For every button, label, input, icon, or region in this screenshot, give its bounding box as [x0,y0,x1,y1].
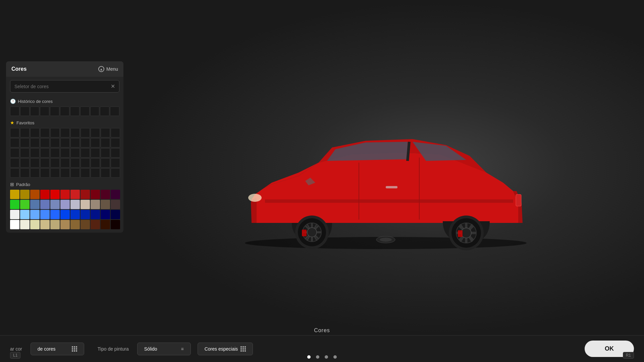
favorites-swatch[interactable] [70,168,80,178]
cores-especiais-button[interactable]: Cores especiais [198,343,253,355]
palette-swatch[interactable] [101,200,110,209]
favorites-swatch[interactable] [60,148,70,158]
de-cores-button[interactable]: de cores [31,343,84,355]
palette-swatch[interactable] [50,190,60,199]
favorites-swatch[interactable] [10,168,19,178]
favorites-swatch[interactable] [10,158,19,168]
history-swatch[interactable] [90,107,100,116]
favorites-swatch[interactable] [50,138,60,147]
favorites-swatch[interactable] [40,158,50,168]
palette-swatch[interactable] [60,220,70,229]
favorites-swatch[interactable] [101,158,110,168]
favorites-swatch[interactable] [60,138,70,147]
history-swatch[interactable] [10,107,19,116]
favorites-swatch[interactable] [101,138,110,147]
palette-swatch[interactable] [80,190,90,199]
history-swatch[interactable] [40,107,49,116]
favorites-swatch[interactable] [111,148,120,158]
palette-swatch[interactable] [20,210,30,219]
favorites-swatch[interactable] [80,148,90,158]
palette-swatch[interactable] [30,190,40,199]
palette-swatch[interactable] [20,220,30,229]
favorites-swatch[interactable] [91,128,100,137]
solido-button[interactable]: Sólido ≡ [137,343,191,355]
palette-swatch[interactable] [70,190,80,199]
favorites-swatch[interactable] [20,158,30,168]
favorites-swatch[interactable] [91,158,100,168]
favorites-swatch[interactable] [40,128,50,137]
favorites-swatch[interactable] [91,168,100,178]
history-swatch[interactable] [60,107,69,116]
favorites-swatch[interactable] [10,128,19,137]
palette-swatch[interactable] [101,210,110,219]
palette-swatch[interactable] [70,200,80,209]
favorites-swatch[interactable] [91,138,100,147]
palette-swatch[interactable] [60,200,70,209]
palette-swatch[interactable] [10,210,19,219]
palette-swatch[interactable] [50,220,60,229]
nav-dot-3[interactable] [325,355,328,359]
palette-swatch[interactable] [40,190,50,199]
favorites-swatch[interactable] [20,168,30,178]
history-swatch[interactable] [30,107,40,116]
palette-swatch[interactable] [10,200,19,209]
palette-swatch[interactable] [80,200,90,209]
palette-swatch[interactable] [91,200,100,209]
palette-swatch[interactable] [101,220,110,229]
palette-swatch[interactable] [30,200,40,209]
favorites-swatch[interactable] [40,168,50,178]
palette-swatch[interactable] [30,210,40,219]
palette-swatch[interactable] [40,200,50,209]
favorites-swatch[interactable] [20,128,30,137]
palette-swatch[interactable] [111,210,120,219]
nav-dot-1[interactable] [307,355,311,359]
palette-swatch[interactable] [80,220,90,229]
palette-swatch[interactable] [91,190,100,199]
history-swatch[interactable] [100,107,109,116]
palette-swatch[interactable] [80,210,90,219]
favorites-swatch[interactable] [70,158,80,168]
favorites-swatch[interactable] [101,128,110,137]
favorites-swatch[interactable] [20,148,30,158]
favorites-swatch[interactable] [40,138,50,147]
palette-swatch[interactable] [10,220,19,229]
favorites-swatch[interactable] [50,148,60,158]
palette-swatch[interactable] [70,220,80,229]
history-swatch[interactable] [70,107,79,116]
search-clear-icon[interactable]: ✕ [111,83,115,89]
nav-dot-2[interactable] [316,355,319,359]
favorites-swatch[interactable] [80,128,90,137]
favorites-swatch[interactable] [101,168,110,178]
favorites-swatch[interactable] [50,158,60,168]
palette-swatch[interactable] [10,190,19,199]
palette-swatch[interactable] [111,190,120,199]
favorites-swatch[interactable] [70,128,80,137]
favorites-swatch[interactable] [80,158,90,168]
favorites-swatch[interactable] [30,138,40,147]
favorites-swatch[interactable] [30,168,40,178]
palette-swatch[interactable] [30,220,40,229]
search-input[interactable] [14,84,111,89]
favorites-swatch[interactable] [60,128,70,137]
favorites-swatch[interactable] [50,128,60,137]
favorites-swatch[interactable] [70,138,80,147]
favorites-swatch[interactable] [60,168,70,178]
palette-swatch[interactable] [111,220,120,229]
palette-swatch[interactable] [60,190,70,199]
favorites-swatch[interactable] [30,158,40,168]
favorites-swatch[interactable] [111,138,120,147]
palette-swatch[interactable] [111,200,120,209]
favorites-swatch[interactable] [111,128,120,137]
favorites-swatch[interactable] [10,148,19,158]
favorites-swatch[interactable] [30,148,40,158]
palette-swatch[interactable] [91,220,100,229]
favorites-swatch[interactable] [111,168,120,178]
history-swatch[interactable] [110,107,119,116]
palette-swatch[interactable] [101,190,110,199]
favorites-swatch[interactable] [30,128,40,137]
favorites-swatch[interactable] [80,138,90,147]
palette-swatch[interactable] [50,200,60,209]
nav-dot-4[interactable] [333,355,337,359]
palette-swatch[interactable] [20,190,30,199]
favorites-swatch[interactable] [80,168,90,178]
